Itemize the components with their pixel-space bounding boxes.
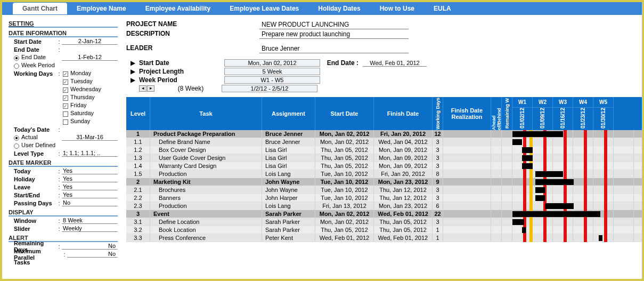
week-spinner[interactable]: ◂▸ [139,85,154,92]
cell-task: Brochures [150,186,262,194]
tab-employee-leave[interactable]: Employee Leave Dates [220,3,308,14]
marker-bar [564,234,567,242]
wednesday-checkbox[interactable] [63,87,68,93]
cell-fr [443,194,491,202]
col-assignment[interactable]: Assignment [262,97,315,130]
marker-bar [604,226,607,234]
cell-rw [502,130,512,138]
proj-week-period: W1 - W5 [224,76,320,84]
table-row[interactable]: 2.1BrochuresJohn WayneTue, Jan 10, 2012T… [126,186,642,194]
col-finish-realization[interactable]: Finish Date Realization [443,97,491,130]
tab-howto[interactable]: How to Use [370,3,424,14]
table-row[interactable]: 3EventSarah ParkerMon, Jan 02, 2012Wed, … [126,210,642,218]
description-input[interactable]: Prepare new product launching [259,30,409,39]
table-row[interactable]: 1Product Package PreparationBruce Jenner… [126,130,642,138]
tuesday-checkbox[interactable] [63,79,68,85]
tab-employee-availability[interactable]: Employee Availability [136,3,221,14]
cell-finish: Fri, Jan 20, 2012 [374,130,433,138]
col-level[interactable]: Level [126,97,150,130]
startend-marker-input[interactable]: Yes [62,191,118,198]
tab-gantt[interactable]: Gantt Chart [13,3,67,14]
task-bar [512,139,522,145]
monday-checkbox[interactable] [63,71,68,77]
gantt-bar-area [512,210,642,218]
tab-eula[interactable]: EULA [424,3,461,14]
col-remaining[interactable]: Remaining W [502,97,512,130]
start-date-input[interactable]: 2-Jan-12 [62,38,118,45]
table-row[interactable]: 1.1Define Brand NameBruce JennerMon, Jan… [126,138,642,146]
actual-date-input[interactable]: 31-Mar-16 [62,134,118,141]
week-period-radio[interactable] [14,63,19,69]
gantt-bar-area [512,130,642,138]
tab-employee-name[interactable]: Employee Name [67,3,136,14]
table-row[interactable]: 2Marketing KitJohn WayneTue, Jan 10, 201… [126,178,642,186]
gantt-bar-area [512,154,642,162]
end-date-input[interactable]: 1-Feb-12 [62,54,118,61]
table-row[interactable]: 1.2Box Cover DesignLisa GirlThu, Jan 05,… [126,146,642,154]
sunday-checkbox[interactable] [63,119,68,125]
gantt-bar-area [512,226,642,234]
week-header: W3 [553,97,573,108]
cell-ab [491,178,502,186]
project-name-input[interactable]: NEW PRODUCT LAUNCHING [259,20,409,29]
leave-marker-input[interactable]: Yes [62,183,118,190]
cell-wd: 3 [433,218,443,226]
end-date-radio[interactable] [14,55,19,61]
thursday-checkbox[interactable] [63,95,68,101]
slider-input[interactable]: Weekly [62,225,118,232]
week-header: W1 [512,97,533,108]
cell-ab [491,138,502,146]
window-input[interactable]: 8 Week [62,217,118,224]
week-header: W5 [593,97,614,108]
remaining-input[interactable]: No [62,243,118,250]
table-row[interactable]: 3.2Book LocationSarah ParkerThu, Jan 05,… [126,226,642,234]
cell-ab [491,210,502,218]
friday-checkbox[interactable] [63,103,68,109]
table-row[interactable]: 3.3Press ConferencePeter KentWed, Feb 01… [126,234,642,242]
col-ahead-behind[interactable]: Ahead of/Behind [491,97,502,130]
level-type-input[interactable]: 1; 1.1; 1.1.1; .. [62,150,118,157]
cell-fr [443,170,491,178]
saturday-checkbox[interactable] [63,111,68,117]
table-row[interactable]: 2.2BannersJohn HarperTue, Jan 10, 2012Th… [126,194,642,202]
cell-start: Mon, Jan 02, 2012 [315,130,374,138]
table-row[interactable]: 1.5ProductionLois LangTue, Jan 10, 2012F… [126,170,642,178]
marker-bar [564,154,567,162]
passing-marker-input[interactable]: No [62,199,118,206]
table-row[interactable]: 2.3ProductionLois LangFri, Jan 13, 2012M… [126,202,642,210]
cell-wd: 3 [433,186,443,194]
cell-task: Define Brand Name [150,138,262,146]
cell-level: 3.1 [126,218,150,226]
table-row[interactable]: 1.3User Guide Cover DesignLisa GirlThu, … [126,154,642,162]
col-weeks: W1W2W3W4W5 01/02/1201/09/1201/16/1201/23… [512,97,614,130]
col-task[interactable]: Task [150,97,262,130]
today-marker-input[interactable]: Yes [62,167,118,174]
tab-holiday[interactable]: Holiday Dates [308,3,370,14]
cell-start: Thu, Jan 05, 2012 [315,226,374,234]
cell-ab [491,154,502,162]
userdef-radio[interactable] [14,143,19,149]
triangle-icon: ▶ [126,68,139,75]
table-row[interactable]: 1.4Warranty Card DesignLisa GirlThu, Jan… [126,162,642,170]
cell-rw [502,170,512,178]
marker-bar [604,186,607,194]
cell-level: 2.2 [126,194,150,202]
marker-bar [523,186,526,194]
cell-fr [443,218,491,226]
cell-task: User Guide Cover Design [150,154,262,162]
date-marker-header: DATE MARKER [9,158,118,167]
maxpar-input[interactable]: No [67,251,118,258]
cell-wd: 22 [433,210,443,218]
holiday-marker-input[interactable]: Yes [62,175,118,182]
col-finish-date[interactable]: Finish Date [374,97,433,130]
table-row[interactable]: 3.1Define LocationSarah ParkerMon, Jan 0… [126,218,642,226]
cell-level: 3.3 [126,234,150,242]
cell-start: Wed, Feb 01, 2012 [315,234,374,242]
col-start-date[interactable]: Start Date [315,97,374,130]
leader-input[interactable]: Bruce Jenner [259,44,409,53]
marker-bar [529,186,533,194]
col-working-days[interactable]: Working Days [433,97,443,130]
cell-wd: 3 [433,154,443,162]
task-bar [522,155,533,161]
actual-radio[interactable] [14,135,19,141]
